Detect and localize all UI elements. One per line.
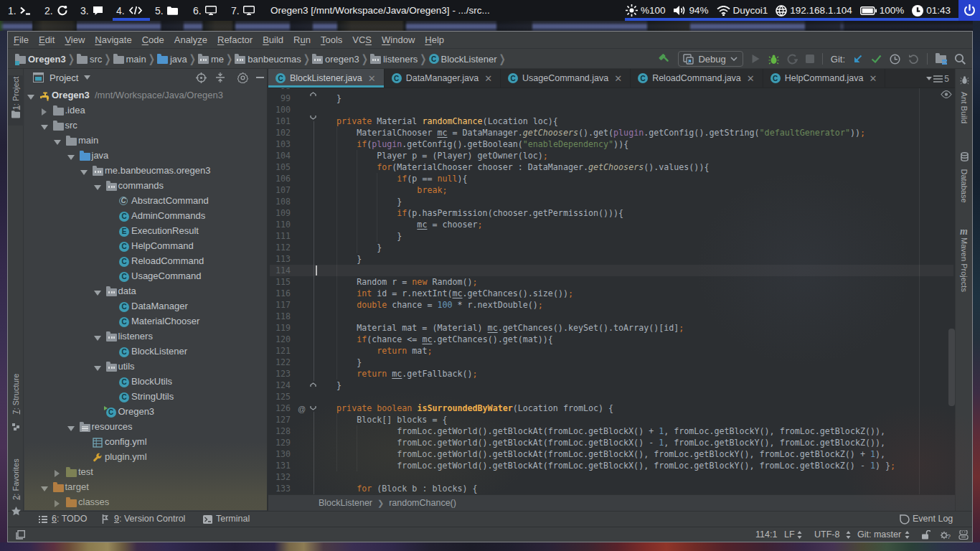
svg-text:?: ?: [947, 533, 951, 540]
